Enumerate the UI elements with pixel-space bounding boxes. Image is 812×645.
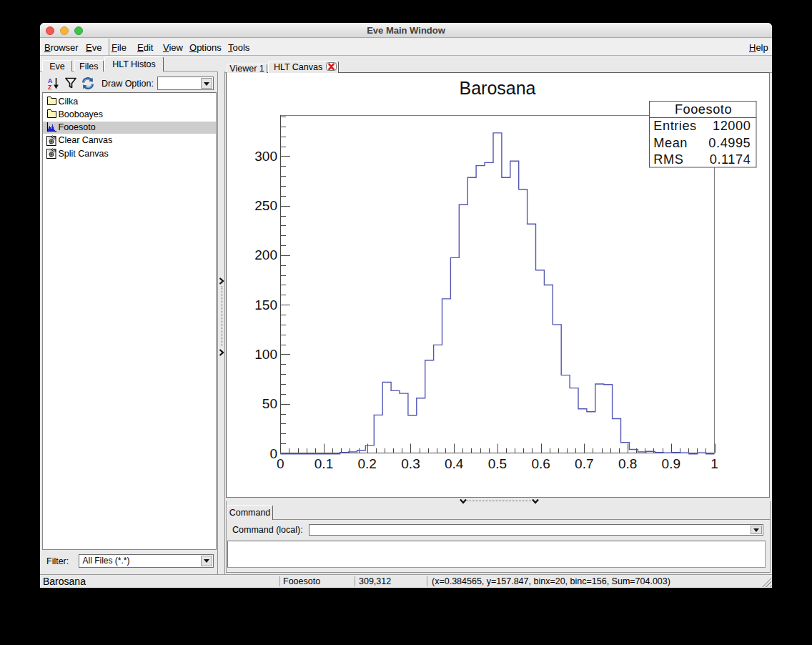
svg-text:0.7: 0.7 <box>575 456 593 471</box>
svg-text:Z: Z <box>48 83 51 89</box>
svg-text:0.9: 0.9 <box>662 456 680 471</box>
svg-text:300: 300 <box>254 149 277 164</box>
svg-text:0: 0 <box>269 446 277 461</box>
svg-text:RMS: RMS <box>653 152 683 167</box>
svg-text:0.1: 0.1 <box>315 456 333 471</box>
svg-text:0.4: 0.4 <box>445 456 464 471</box>
svg-text:Mean: Mean <box>653 136 688 150</box>
svg-text:0.8: 0.8 <box>618 456 637 471</box>
svg-text:100: 100 <box>254 347 277 362</box>
svg-text:0.2: 0.2 <box>357 456 376 471</box>
svg-text:12000: 12000 <box>713 119 751 133</box>
svg-text:0.5: 0.5 <box>488 456 507 471</box>
svg-text:50: 50 <box>262 396 277 411</box>
svg-text:0: 0 <box>277 456 284 471</box>
svg-text:0.6: 0.6 <box>531 456 550 471</box>
svg-text:0.1174: 0.1174 <box>710 152 751 167</box>
svg-text:Barosana: Barosana <box>459 78 535 98</box>
svg-text:200: 200 <box>254 247 277 262</box>
svg-text:250: 250 <box>254 198 277 213</box>
svg-text:Entries: Entries <box>653 119 696 133</box>
svg-text:0.4995: 0.4995 <box>708 136 751 150</box>
svg-text:Fooesoto: Fooesoto <box>675 102 732 117</box>
svg-text:150: 150 <box>254 297 277 312</box>
svg-text:0.3: 0.3 <box>401 456 420 471</box>
svg-text:1: 1 <box>710 456 718 471</box>
